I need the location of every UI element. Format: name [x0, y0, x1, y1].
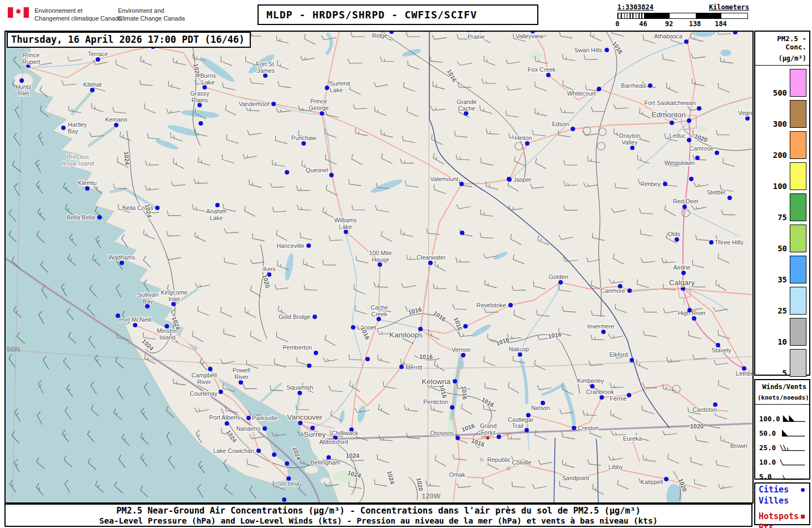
pm25-level-value: 35: [778, 276, 787, 283]
city-label: Kamloops: [389, 331, 423, 339]
scalebar-seg: [644, 13, 670, 18]
city-dot: [85, 186, 90, 191]
city-dot: [558, 280, 563, 285]
city-label: Eureka: [623, 435, 642, 442]
city-dot: [508, 303, 513, 307]
city-label: Elkford: [609, 351, 628, 358]
pm25-level-row: 5: [755, 349, 806, 377]
city-label: Nelson: [531, 405, 550, 411]
city-label: Colville: [512, 459, 532, 466]
pm25-level-row: 500: [755, 69, 806, 97]
pm25-level-value: 500: [773, 89, 787, 97]
cities-label-en: Cities: [759, 485, 789, 495]
scale-ratio: 1:3303824: [617, 3, 653, 11]
city-dot: [597, 87, 601, 91]
pm25-legend: PM2.5 - Conc. (µg/m³) 500300200100755035…: [754, 31, 810, 376]
city-label: Ridge: [372, 32, 388, 39]
city-dot: [682, 205, 687, 209]
city-label: Penticton: [423, 399, 448, 405]
city-dot: [571, 127, 575, 131]
city-dot: [687, 138, 691, 142]
wind-speed-value: 100.0: [759, 415, 780, 423]
city-label: Pemberton: [283, 344, 312, 351]
city-label: Vanderhoof: [239, 101, 270, 107]
scale-tick-label: 184: [715, 20, 727, 28]
city-dot: [329, 173, 334, 177]
city-dot: [314, 351, 318, 355]
wind-barb-icon: [779, 457, 807, 467]
city-label: Gold Bridge: [279, 313, 310, 320]
scalebar-seg: [696, 13, 722, 18]
map-canvas: PrinceRupertHuntsInletTerraceKitimatSmit…: [6, 32, 752, 502]
city-dot: [664, 477, 669, 481]
scale-unit: Kilometers: [709, 3, 749, 11]
city-label: Merritt: [405, 364, 423, 371]
city-label: Wetaskiwin: [665, 160, 695, 166]
pm25-legend-title: PM2.5 - Conc.: [755, 32, 809, 51]
city-label: Sandpoint: [562, 475, 590, 481]
caption-box: PM2.5 Near-Ground Air Concentrations (µg…: [4, 504, 752, 527]
pm25-level-row: 25: [755, 287, 806, 315]
city-dot: [627, 393, 631, 397]
city-dot: [271, 102, 276, 106]
city-dot: [663, 182, 667, 186]
isobar-label: 1016: [461, 386, 468, 400]
city-dot: [461, 353, 466, 357]
city-label: Kitimat: [83, 81, 102, 88]
city-dot: [256, 449, 261, 453]
pm25-level-swatch: [790, 131, 806, 159]
city-dot: [687, 308, 692, 312]
city-label: High River: [678, 310, 706, 316]
city-label: Victoria: [279, 480, 299, 487]
hotspot-square-icon: [801, 515, 805, 519]
city-dot: [681, 271, 686, 275]
hotspot-marker: [487, 437, 489, 440]
timestamp-box: Thursday, 16 April 2026 17:00 PDT (16/46…: [7, 32, 251, 48]
city-dot: [692, 316, 696, 321]
city-label: Vegreville: [738, 109, 752, 116]
city-dot: [239, 380, 243, 385]
wind-speed-row: 50.0: [755, 426, 809, 440]
city-label: Jasper: [513, 176, 532, 183]
city-dot: [298, 391, 302, 395]
city-label: Leduc: [670, 132, 686, 139]
city-dot: [120, 261, 124, 265]
city-dot: [272, 452, 276, 457]
wind-speed-row: 5.0: [755, 469, 809, 484]
city-dot: [450, 405, 454, 410]
city-label: Abbotsford: [319, 439, 348, 445]
city-label: Edmonton: [651, 111, 686, 119]
city-label: Surrey: [304, 430, 326, 439]
map-scalebar: 1:3303824 Kilometers 04692138184: [617, 3, 749, 28]
city-label: DraytonValley: [619, 132, 640, 146]
city-label: Hanceville: [276, 242, 304, 249]
pm25-level-value: 75: [778, 213, 787, 221]
pm25-level-value: 200: [773, 151, 787, 159]
wind-barb-icon: [780, 414, 807, 424]
wind-speed-row: 100.0: [755, 411, 809, 426]
city-dot: [670, 121, 674, 125]
city-label: GrandeCache: [457, 98, 477, 112]
winds-legend: Winds/Vents (knots/noeuds) 100.050.025.0…: [754, 379, 810, 480]
city-label: 100 MileHouse: [369, 250, 392, 263]
pm25-level-swatch: [790, 256, 806, 283]
city-label: Stavely: [711, 347, 731, 353]
pm25-level-swatch: [790, 162, 806, 190]
city-dot: [572, 426, 576, 430]
city-dot: [19, 78, 24, 83]
city-label: Kemano: [105, 116, 127, 123]
scalebar-segments: [617, 13, 748, 19]
city-label: Bellingham: [310, 459, 340, 466]
city-dot: [61, 126, 66, 130]
city-dot: [525, 141, 529, 146]
city-label: Nakusp: [509, 346, 529, 352]
city-dot: [689, 177, 694, 181]
pm25-level-swatch: [790, 287, 806, 315]
city-dot: [627, 288, 632, 293]
city-dot: [133, 323, 137, 327]
city-label: Cranbrook: [586, 388, 615, 395]
city-label: Brown: [730, 442, 747, 449]
city-label: Three Hills: [715, 239, 744, 246]
graticule-label: 50N: [7, 345, 20, 353]
city-dot: [600, 395, 604, 400]
